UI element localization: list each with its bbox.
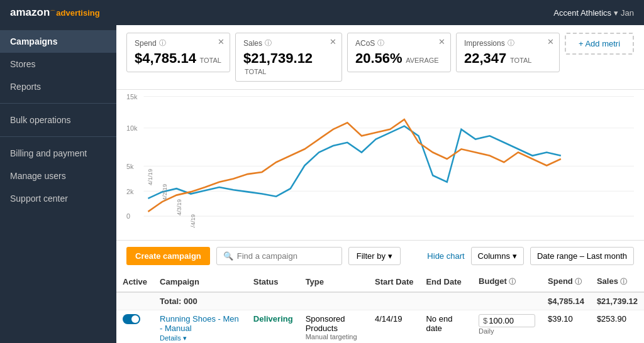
budget-info-icon[interactable]: ⓘ xyxy=(509,278,516,285)
sidebar-divider-1 xyxy=(0,103,116,104)
metric-impressions: ✕ Impressions ⓘ 22,347 TOTAL xyxy=(456,33,560,72)
add-metric-label: + Add metri xyxy=(579,39,620,48)
svg-text:2k: 2k xyxy=(126,187,134,195)
svg-text:4/3/19: 4/3/19 xyxy=(176,199,182,215)
metric-spend-value: $4,785.14 TOTAL xyxy=(135,50,222,67)
metric-sales-close[interactable]: ✕ xyxy=(330,37,336,46)
campaigns-table: Active Campaign Status Type Start Date E… xyxy=(116,271,644,343)
metric-sales-value: $21,739.12 TOTAL xyxy=(243,50,334,76)
sidebar-item-manage-users[interactable]: Manage users xyxy=(0,165,116,187)
content-area: ✕ Spend ⓘ $4,785.14 TOTAL ✕ Sales ⓘ $2 xyxy=(116,25,644,343)
th-active: Active xyxy=(116,271,153,292)
th-campaign: Campaign xyxy=(153,271,247,292)
row1-status: Delivering xyxy=(253,314,293,324)
columns-button[interactable]: Columns ▾ xyxy=(471,247,524,265)
svg-text:0: 0 xyxy=(126,212,130,220)
total-active xyxy=(116,292,153,310)
sidebar-item-stores[interactable]: Stores xyxy=(0,53,116,75)
metric-impressions-close[interactable]: ✕ xyxy=(547,37,554,46)
sidebar-item-support[interactable]: Support center xyxy=(0,187,116,210)
columns-caret-icon: ▾ xyxy=(513,251,517,261)
svg-text:4/2/19: 4/2/19 xyxy=(162,184,168,200)
total-status xyxy=(247,292,299,310)
th-budget: Budget ⓘ xyxy=(472,271,541,292)
sales-info-icon[interactable]: ⓘ xyxy=(265,38,272,48)
sidebar-divider-2 xyxy=(0,136,116,137)
row1-campaign-link[interactable]: Running Shoes - Men - Manual xyxy=(160,314,241,333)
sidebar-item-billing[interactable]: Billing and payment xyxy=(0,142,116,165)
user-info: Accent Athletics ▾ Jan xyxy=(553,8,634,18)
svg-text:4/1/19: 4/1/19 xyxy=(148,169,154,185)
th-sales: Sales ⓘ xyxy=(591,271,644,292)
filter-caret-icon: ▾ xyxy=(388,251,392,261)
date-range-button[interactable]: Date range – Last month xyxy=(530,247,634,265)
chart-svg: 15k 10k 5k 2k 0 4/1/19 4/2/19 xyxy=(126,90,634,228)
user-caret: ▾ xyxy=(614,8,618,18)
logo-swoosh: ⌒ xyxy=(50,9,56,18)
total-end xyxy=(419,292,472,310)
metric-acos-close[interactable]: ✕ xyxy=(438,37,445,46)
spend-th-info-icon[interactable]: ⓘ xyxy=(575,278,582,285)
total-start xyxy=(369,292,419,310)
campaign-search-box[interactable]: 🔍 xyxy=(216,247,342,265)
total-sales: $21,739.12 xyxy=(591,292,644,310)
row1-sales: $253.90 xyxy=(591,310,644,344)
row1-active-cell xyxy=(116,310,153,344)
impressions-info-icon[interactable]: ⓘ xyxy=(508,38,514,48)
toggle-thumb xyxy=(131,315,139,323)
metrics-bar: ✕ Spend ⓘ $4,785.14 TOTAL ✕ Sales ⓘ $2 xyxy=(116,25,644,90)
columns-label: Columns xyxy=(478,251,510,261)
metric-spend-close[interactable]: ✕ xyxy=(218,37,225,46)
row1-toggle[interactable] xyxy=(123,314,140,324)
main-layout: Campaigns Stores Reports Bulk operations… xyxy=(0,25,644,343)
sidebar-item-campaigns[interactable]: Campaigns xyxy=(0,30,116,53)
row1-budget-value[interactable] xyxy=(489,316,523,325)
acos-info-icon[interactable]: ⓘ xyxy=(377,38,384,48)
chart-area: 15k 10k 5k 2k 0 4/1/19 4/2/19 xyxy=(116,90,644,240)
filter-by-button[interactable]: Filter by ▾ xyxy=(348,247,401,265)
metric-impressions-value: 22,347 TOTAL xyxy=(464,50,552,67)
svg-text:5k: 5k xyxy=(126,162,134,170)
sales-th-info-icon[interactable]: ⓘ xyxy=(620,278,627,285)
hide-chart-button[interactable]: Hide chart xyxy=(427,251,464,261)
row1-type: Sponsored Products xyxy=(306,314,362,333)
logo-advertising: advertising xyxy=(56,8,99,18)
row1-budget-cell: $ Daily xyxy=(472,310,541,344)
add-metric-card[interactable]: + Add metri xyxy=(565,33,634,55)
svg-text:10k: 10k xyxy=(126,124,138,132)
row1-type-cell: Sponsored Products Manual targeting xyxy=(299,310,369,344)
th-end-date: End Date xyxy=(419,271,472,292)
metric-sales-label: Sales ⓘ xyxy=(243,38,334,48)
filter-label: Filter by xyxy=(357,251,386,261)
metric-acos-label: ACoS ⓘ xyxy=(355,38,443,48)
total-budget xyxy=(472,292,541,310)
toggle-track xyxy=(123,314,140,324)
logo-amazon: amazon xyxy=(10,6,50,19)
username: Accent Athletics xyxy=(553,8,611,18)
th-spend: Spend ⓘ xyxy=(541,271,591,292)
svg-text:15k: 15k xyxy=(126,92,138,100)
create-campaign-button[interactable]: Create campaign xyxy=(126,247,210,265)
table-header-row: Active Campaign Status Type Start Date E… xyxy=(116,271,644,292)
sidebar-item-reports[interactable]: Reports xyxy=(0,75,116,98)
metric-sales: ✕ Sales ⓘ $21,739.12 TOTAL xyxy=(235,33,342,82)
total-label: Total: 000 xyxy=(153,292,247,310)
search-icon: 🔍 xyxy=(223,251,233,261)
th-start-date: Start Date xyxy=(369,271,419,292)
table-row: Running Shoes - Men - Manual Details ▾ D… xyxy=(116,310,644,344)
th-status: Status xyxy=(247,271,299,292)
dollar-icon: $ xyxy=(483,316,487,325)
svg-text:4/4/19: 4/4/19 xyxy=(190,214,196,228)
row1-spend: $39.10 xyxy=(541,310,591,344)
metric-acos-value: 20.56% AVERAGE xyxy=(355,50,443,67)
row1-details-link[interactable]: Details ▾ xyxy=(160,334,187,342)
row1-start-date: 4/14/19 xyxy=(369,310,419,344)
row1-budget-input[interactable]: $ xyxy=(479,314,535,327)
sidebar-item-bulk-operations[interactable]: Bulk operations xyxy=(0,109,116,131)
row1-end-date: No end date xyxy=(419,310,472,344)
logo: amazon⌒ advertising xyxy=(10,6,100,19)
spend-info-icon[interactable]: ⓘ xyxy=(159,38,166,48)
search-input[interactable] xyxy=(237,251,331,261)
campaign-controls: Create campaign 🔍 Filter by ▾ Hide chart… xyxy=(116,240,644,271)
th-type: Type xyxy=(299,271,369,292)
